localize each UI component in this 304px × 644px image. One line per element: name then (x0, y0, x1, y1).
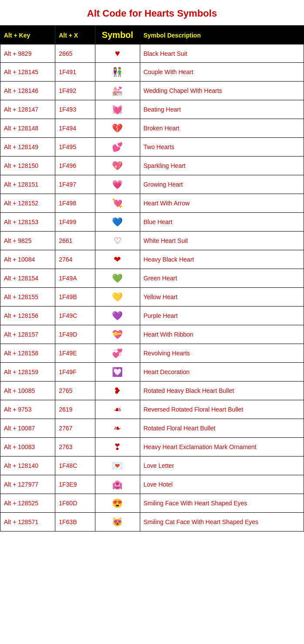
cell-altx: 1F494 (55, 119, 95, 138)
cell-altx: 1F3E9 (55, 475, 95, 494)
cell-desc: Love Hotel (140, 475, 304, 494)
cell-altkey: Alt + 128147 (0, 100, 55, 119)
table-row: Alt + 100872767❧Rotated Floral Heart Bul… (0, 419, 304, 438)
cell-desc: Heart With Arrow (140, 194, 304, 213)
table-row: Alt + 1279771F3E9🏩Love Hotel (0, 475, 304, 494)
cell-altx: 2661 (55, 232, 95, 250)
cell-altx: 1F49B (55, 288, 95, 307)
table-row: Alt + 1281531F499💙Blue Heart (0, 213, 304, 232)
cell-desc: Yellow Heart (140, 288, 304, 307)
cell-symbol: 💟 (95, 363, 140, 382)
cell-desc: Couple With Heart (140, 63, 304, 82)
table-row: Alt + 1281551F49B💛Yellow Heart (0, 288, 304, 307)
cell-altkey: Alt + 128159 (0, 363, 55, 382)
cell-desc: Heavy Heart Exclamation Mark Ornament (140, 438, 304, 457)
table-row: Alt + 1285711F63B😻Smiling Cat Face With … (0, 513, 304, 532)
table-row: Alt + 1281511F497💗Growing Heart (0, 175, 304, 194)
cell-altkey: Alt + 128158 (0, 344, 55, 363)
cell-altkey: Alt + 9825 (0, 232, 55, 250)
cell-symbol: 💜 (95, 307, 140, 325)
cell-symbol: 💚 (95, 269, 140, 288)
cell-symbol: 💝 (95, 325, 140, 344)
cell-altx: 2665 (55, 44, 95, 63)
cell-altx: 2765 (55, 382, 95, 400)
cell-symbol: 💗 (95, 175, 140, 194)
cell-symbol: 💔 (95, 119, 140, 138)
cell-altkey: Alt + 128153 (0, 213, 55, 232)
cell-altkey: Alt + 128145 (0, 63, 55, 82)
cell-altx: 1F49E (55, 344, 95, 363)
cell-altkey: Alt + 128155 (0, 288, 55, 307)
cell-desc: Heart Decoration (140, 363, 304, 382)
table-row: Alt + 1281571F49D💝Heart With Ribbon (0, 325, 304, 344)
table-row: Alt + 1281401F48C💌Love Letter (0, 457, 304, 475)
cell-altkey: Alt + 128150 (0, 157, 55, 175)
cell-altkey: Alt + 10087 (0, 419, 55, 438)
cell-altkey: Alt + 127977 (0, 475, 55, 494)
header-altx: Alt + X (55, 26, 95, 45)
cell-symbol: 💛 (95, 288, 140, 307)
hearts-table: Alt + Key Alt + X Symbol Symbol Descript… (0, 25, 304, 532)
cell-symbol: 💞 (95, 344, 140, 363)
table-row: Alt + 1285251F60D😍Smiling Face With Hear… (0, 494, 304, 513)
cell-altx: 2619 (55, 400, 95, 419)
cell-symbol: ❣ (95, 438, 140, 457)
cell-symbol: 💌 (95, 457, 140, 475)
cell-altkey: Alt + 9829 (0, 44, 55, 63)
cell-altkey: Alt + 128146 (0, 82, 55, 100)
cell-desc: Two Hearts (140, 138, 304, 157)
cell-altx: 1F49C (55, 307, 95, 325)
cell-altkey: Alt + 128152 (0, 194, 55, 213)
cell-desc: Purple Heart (140, 307, 304, 325)
cell-symbol: 💓 (95, 100, 140, 119)
header-altkey: Alt + Key (0, 26, 55, 45)
cell-desc: Wedding Chapel With Hearts (140, 82, 304, 100)
cell-desc: Love Letter (140, 457, 304, 475)
cell-altx: 1F495 (55, 138, 95, 157)
table-row: Alt + 1281491F495💕Two Hearts (0, 138, 304, 157)
cell-desc: Reversed Rotated Floral Heart Bullet (140, 400, 304, 419)
cell-altkey: Alt + 128154 (0, 269, 55, 288)
cell-desc: Beating Heart (140, 100, 304, 119)
cell-symbol: ♡ (95, 232, 140, 250)
table-row: Alt + 1281501F496💖Sparkling Heart (0, 157, 304, 175)
cell-symbol: 💙 (95, 213, 140, 232)
cell-altx: 2763 (55, 438, 95, 457)
cell-altkey: Alt + 128140 (0, 457, 55, 475)
cell-altkey: Alt + 9753 (0, 400, 55, 419)
cell-altkey: Alt + 128157 (0, 325, 55, 344)
cell-altkey: Alt + 128156 (0, 307, 55, 325)
cell-symbol: ❧ (95, 419, 140, 438)
cell-desc: Black Heart Suit (140, 44, 304, 63)
cell-altkey: Alt + 128148 (0, 119, 55, 138)
cell-desc: Rotated Heavy Black Heart Bullet (140, 382, 304, 400)
cell-desc: Rotated Floral Heart Bullet (140, 419, 304, 438)
cell-altx: 1F49D (55, 325, 95, 344)
header-desc: Symbol Description (140, 26, 304, 45)
table-row: Alt + 1281561F49C💜Purple Heart (0, 307, 304, 325)
cell-altx: 1F497 (55, 175, 95, 194)
table-row: Alt + 98292665♥Black Heart Suit (0, 44, 304, 63)
cell-symbol: 😻 (95, 513, 140, 532)
cell-symbol: ♥ (95, 44, 140, 63)
cell-altkey: Alt + 128571 (0, 513, 55, 532)
cell-symbol: 💘 (95, 194, 140, 213)
cell-altx: 1F498 (55, 194, 95, 213)
cell-altx: 2764 (55, 250, 95, 269)
cell-desc: Smiling Cat Face With Heart Shaped Eyes (140, 513, 304, 532)
cell-altkey: Alt + 128525 (0, 494, 55, 513)
cell-desc: Broken Heart (140, 119, 304, 138)
table-row: Alt + 1281541F49A💚Green Heart (0, 269, 304, 288)
cell-altx: 1F60D (55, 494, 95, 513)
table-row: Alt + 100832763❣Heavy Heart Exclamation … (0, 438, 304, 457)
cell-desc: Revolving Hearts (140, 344, 304, 363)
cell-altx: 1F491 (55, 63, 95, 82)
cell-altx: 1F63B (55, 513, 95, 532)
cell-symbol: ❥ (95, 382, 140, 400)
cell-altx: 1F493 (55, 100, 95, 119)
cell-altx: 1F49A (55, 269, 95, 288)
page-title: Alt Code for Hearts Symbols (0, 0, 304, 25)
table-row: Alt + 97532619☙Reversed Rotated Floral H… (0, 400, 304, 419)
cell-altx: 2767 (55, 419, 95, 438)
cell-altx: 1F496 (55, 157, 95, 175)
